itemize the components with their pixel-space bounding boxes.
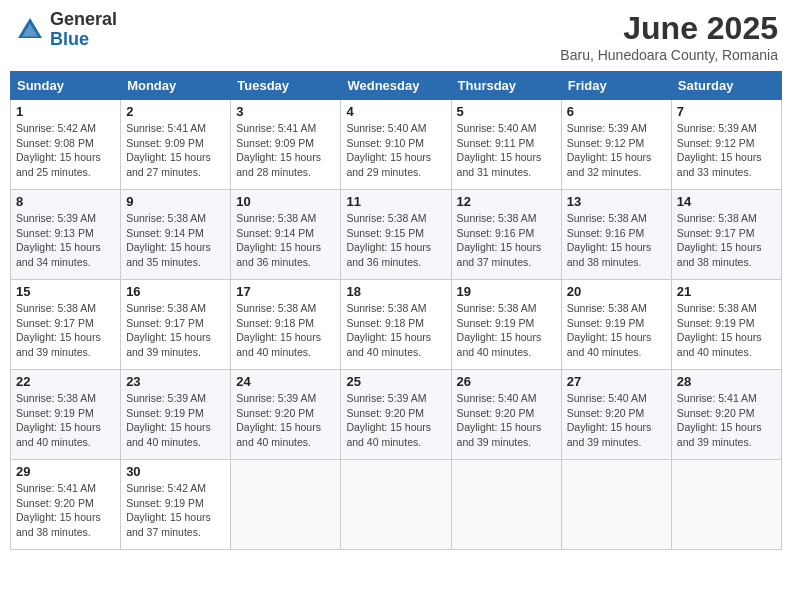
calendar-cell: 6Sunrise: 5:39 AM Sunset: 9:12 PM Daylig… bbox=[561, 100, 671, 190]
calendar-cell: 25Sunrise: 5:39 AM Sunset: 9:20 PM Dayli… bbox=[341, 370, 451, 460]
calendar-week-row: 1Sunrise: 5:42 AM Sunset: 9:08 PM Daylig… bbox=[11, 100, 782, 190]
day-number: 2 bbox=[126, 104, 225, 119]
calendar-cell: 26Sunrise: 5:40 AM Sunset: 9:20 PM Dayli… bbox=[451, 370, 561, 460]
calendar-cell: 3Sunrise: 5:41 AM Sunset: 9:09 PM Daylig… bbox=[231, 100, 341, 190]
weekday-header-friday: Friday bbox=[561, 72, 671, 100]
day-number: 21 bbox=[677, 284, 776, 299]
day-number: 30 bbox=[126, 464, 225, 479]
calendar-cell: 12Sunrise: 5:38 AM Sunset: 9:16 PM Dayli… bbox=[451, 190, 561, 280]
day-number: 16 bbox=[126, 284, 225, 299]
calendar-cell: 1Sunrise: 5:42 AM Sunset: 9:08 PM Daylig… bbox=[11, 100, 121, 190]
weekday-header-monday: Monday bbox=[121, 72, 231, 100]
title-block: June 2025 Baru, Hunedoara County, Romani… bbox=[560, 10, 778, 63]
calendar-cell: 10Sunrise: 5:38 AM Sunset: 9:14 PM Dayli… bbox=[231, 190, 341, 280]
calendar-cell bbox=[561, 460, 671, 550]
weekday-header-sunday: Sunday bbox=[11, 72, 121, 100]
calendar-cell: 18Sunrise: 5:38 AM Sunset: 9:18 PM Dayli… bbox=[341, 280, 451, 370]
weekday-header-tuesday: Tuesday bbox=[231, 72, 341, 100]
location: Baru, Hunedoara County, Romania bbox=[560, 47, 778, 63]
day-number: 7 bbox=[677, 104, 776, 119]
calendar-cell: 20Sunrise: 5:38 AM Sunset: 9:19 PM Dayli… bbox=[561, 280, 671, 370]
calendar-cell: 30Sunrise: 5:42 AM Sunset: 9:19 PM Dayli… bbox=[121, 460, 231, 550]
day-info: Sunrise: 5:38 AM Sunset: 9:18 PM Dayligh… bbox=[346, 301, 445, 360]
day-info: Sunrise: 5:39 AM Sunset: 9:20 PM Dayligh… bbox=[236, 391, 335, 450]
day-number: 27 bbox=[567, 374, 666, 389]
calendar-cell bbox=[451, 460, 561, 550]
calendar-cell bbox=[231, 460, 341, 550]
logo-general: General bbox=[50, 10, 117, 30]
day-info: Sunrise: 5:39 AM Sunset: 9:20 PM Dayligh… bbox=[346, 391, 445, 450]
day-info: Sunrise: 5:39 AM Sunset: 9:12 PM Dayligh… bbox=[677, 121, 776, 180]
calendar-header-row: SundayMondayTuesdayWednesdayThursdayFrid… bbox=[11, 72, 782, 100]
calendar-cell: 16Sunrise: 5:38 AM Sunset: 9:17 PM Dayli… bbox=[121, 280, 231, 370]
day-info: Sunrise: 5:38 AM Sunset: 9:17 PM Dayligh… bbox=[677, 211, 776, 270]
calendar-table: SundayMondayTuesdayWednesdayThursdayFrid… bbox=[10, 71, 782, 550]
calendar-cell: 13Sunrise: 5:38 AM Sunset: 9:16 PM Dayli… bbox=[561, 190, 671, 280]
day-info: Sunrise: 5:39 AM Sunset: 9:13 PM Dayligh… bbox=[16, 211, 115, 270]
calendar-week-row: 8Sunrise: 5:39 AM Sunset: 9:13 PM Daylig… bbox=[11, 190, 782, 280]
day-number: 19 bbox=[457, 284, 556, 299]
calendar-cell bbox=[671, 460, 781, 550]
calendar-cell: 2Sunrise: 5:41 AM Sunset: 9:09 PM Daylig… bbox=[121, 100, 231, 190]
day-number: 11 bbox=[346, 194, 445, 209]
day-number: 23 bbox=[126, 374, 225, 389]
weekday-header-saturday: Saturday bbox=[671, 72, 781, 100]
day-info: Sunrise: 5:39 AM Sunset: 9:12 PM Dayligh… bbox=[567, 121, 666, 180]
calendar-week-row: 29Sunrise: 5:41 AM Sunset: 9:20 PM Dayli… bbox=[11, 460, 782, 550]
day-info: Sunrise: 5:38 AM Sunset: 9:19 PM Dayligh… bbox=[567, 301, 666, 360]
day-info: Sunrise: 5:40 AM Sunset: 9:20 PM Dayligh… bbox=[567, 391, 666, 450]
day-info: Sunrise: 5:38 AM Sunset: 9:14 PM Dayligh… bbox=[236, 211, 335, 270]
day-number: 6 bbox=[567, 104, 666, 119]
logo-text: General Blue bbox=[50, 10, 117, 50]
day-number: 29 bbox=[16, 464, 115, 479]
calendar-cell: 27Sunrise: 5:40 AM Sunset: 9:20 PM Dayli… bbox=[561, 370, 671, 460]
calendar-cell: 22Sunrise: 5:38 AM Sunset: 9:19 PM Dayli… bbox=[11, 370, 121, 460]
day-info: Sunrise: 5:38 AM Sunset: 9:16 PM Dayligh… bbox=[457, 211, 556, 270]
day-number: 18 bbox=[346, 284, 445, 299]
page-header: General Blue June 2025 Baru, Hunedoara C… bbox=[10, 10, 782, 63]
day-number: 24 bbox=[236, 374, 335, 389]
day-number: 14 bbox=[677, 194, 776, 209]
day-info: Sunrise: 5:38 AM Sunset: 9:15 PM Dayligh… bbox=[346, 211, 445, 270]
day-info: Sunrise: 5:39 AM Sunset: 9:19 PM Dayligh… bbox=[126, 391, 225, 450]
calendar-cell bbox=[341, 460, 451, 550]
day-info: Sunrise: 5:40 AM Sunset: 9:10 PM Dayligh… bbox=[346, 121, 445, 180]
day-number: 12 bbox=[457, 194, 556, 209]
day-info: Sunrise: 5:41 AM Sunset: 9:20 PM Dayligh… bbox=[16, 481, 115, 540]
calendar-cell: 14Sunrise: 5:38 AM Sunset: 9:17 PM Dayli… bbox=[671, 190, 781, 280]
logo-icon bbox=[14, 14, 46, 46]
calendar-cell: 15Sunrise: 5:38 AM Sunset: 9:17 PM Dayli… bbox=[11, 280, 121, 370]
day-number: 9 bbox=[126, 194, 225, 209]
calendar-cell: 21Sunrise: 5:38 AM Sunset: 9:19 PM Dayli… bbox=[671, 280, 781, 370]
day-info: Sunrise: 5:41 AM Sunset: 9:09 PM Dayligh… bbox=[236, 121, 335, 180]
day-number: 13 bbox=[567, 194, 666, 209]
day-number: 28 bbox=[677, 374, 776, 389]
calendar-cell: 23Sunrise: 5:39 AM Sunset: 9:19 PM Dayli… bbox=[121, 370, 231, 460]
calendar-cell: 17Sunrise: 5:38 AM Sunset: 9:18 PM Dayli… bbox=[231, 280, 341, 370]
calendar-week-row: 15Sunrise: 5:38 AM Sunset: 9:17 PM Dayli… bbox=[11, 280, 782, 370]
day-info: Sunrise: 5:38 AM Sunset: 9:17 PM Dayligh… bbox=[16, 301, 115, 360]
day-number: 10 bbox=[236, 194, 335, 209]
day-info: Sunrise: 5:41 AM Sunset: 9:20 PM Dayligh… bbox=[677, 391, 776, 450]
day-number: 25 bbox=[346, 374, 445, 389]
logo-blue: Blue bbox=[50, 30, 117, 50]
calendar-cell: 8Sunrise: 5:39 AM Sunset: 9:13 PM Daylig… bbox=[11, 190, 121, 280]
month-year: June 2025 bbox=[560, 10, 778, 47]
weekday-header-wednesday: Wednesday bbox=[341, 72, 451, 100]
day-number: 26 bbox=[457, 374, 556, 389]
day-info: Sunrise: 5:40 AM Sunset: 9:11 PM Dayligh… bbox=[457, 121, 556, 180]
day-number: 1 bbox=[16, 104, 115, 119]
day-info: Sunrise: 5:42 AM Sunset: 9:19 PM Dayligh… bbox=[126, 481, 225, 540]
day-info: Sunrise: 5:42 AM Sunset: 9:08 PM Dayligh… bbox=[16, 121, 115, 180]
day-info: Sunrise: 5:38 AM Sunset: 9:18 PM Dayligh… bbox=[236, 301, 335, 360]
day-number: 3 bbox=[236, 104, 335, 119]
day-info: Sunrise: 5:38 AM Sunset: 9:19 PM Dayligh… bbox=[16, 391, 115, 450]
day-number: 15 bbox=[16, 284, 115, 299]
day-number: 8 bbox=[16, 194, 115, 209]
calendar-cell: 19Sunrise: 5:38 AM Sunset: 9:19 PM Dayli… bbox=[451, 280, 561, 370]
day-info: Sunrise: 5:40 AM Sunset: 9:20 PM Dayligh… bbox=[457, 391, 556, 450]
day-info: Sunrise: 5:41 AM Sunset: 9:09 PM Dayligh… bbox=[126, 121, 225, 180]
day-number: 5 bbox=[457, 104, 556, 119]
day-number: 4 bbox=[346, 104, 445, 119]
calendar-cell: 28Sunrise: 5:41 AM Sunset: 9:20 PM Dayli… bbox=[671, 370, 781, 460]
